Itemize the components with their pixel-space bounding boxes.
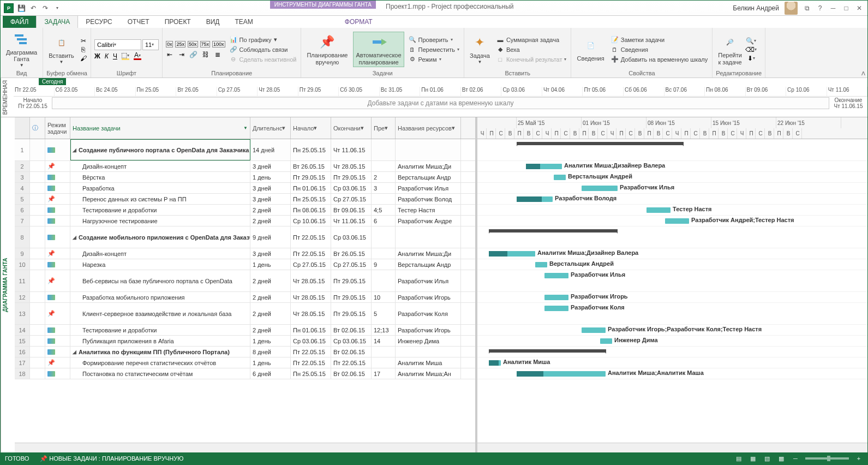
grid-cell[interactable]: 8 дней <box>250 347 291 357</box>
grid-cell[interactable]: 2 дней <box>250 292 291 302</box>
pct-50-icon[interactable]: 50х <box>188 41 198 47</box>
find-icon[interactable]: 🔍 <box>747 37 755 45</box>
col-header-mode[interactable]: Режим задачи <box>45 117 70 139</box>
grid-cell[interactable]: 1 <box>15 139 30 160</box>
grid-cell[interactable] <box>45 205 70 215</box>
view-network-icon[interactable]: ▧ <box>763 454 771 463</box>
task-bar[interactable]: Разработчик Игорь <box>544 295 568 300</box>
grid-cell[interactable] <box>372 357 396 368</box>
table-row[interactable]: 10Нарезка1 деньСр 27.05.15Ср 27.05.159Ве… <box>15 259 475 270</box>
grid-cell[interactable]: Вт 26.05.15 <box>331 248 372 259</box>
task-bar[interactable]: Разработчик Андрей;Тестер Настя <box>665 218 689 224</box>
grid-cell[interactable]: Чт 28.05.15 <box>291 303 331 324</box>
grid-cell[interactable]: Создание публичного портала с OpenData д… <box>70 139 250 160</box>
grid-cell[interactable]: Инженер Дима <box>396 336 461 346</box>
save-icon[interactable]: 💾 <box>17 4 26 13</box>
grid-cell[interactable]: 3 дней <box>250 161 291 171</box>
scroll-to-task-button[interactable]: 🔎 Перейти к задаче <box>716 32 744 66</box>
grid-cell[interactable]: Пн 25.05.15 <box>291 368 331 379</box>
grid-cell[interactable]: Вёрстка <box>70 172 250 182</box>
grid-cell[interactable]: Вт 02.06.15 <box>331 325 372 335</box>
unlink-icon[interactable]: ⛓ <box>202 51 209 58</box>
grid-cell[interactable] <box>30 248 45 259</box>
deliverable-button[interactable]: □Конечный результат <box>495 55 568 64</box>
table-row[interactable]: 12Разработка мобильного приложения2 дней… <box>15 292 475 303</box>
grid-cell[interactable]: Верстальщик Андр <box>396 259 461 270</box>
task-bar[interactable]: Разработчик Игорь;Разработчик Коля;Тесте… <box>582 327 606 333</box>
table-row[interactable]: 13📌Клиент-серверное взаимодействие и лок… <box>15 303 475 325</box>
table-row[interactable]: 18Постановка по статистическим отчётам6 … <box>15 368 475 379</box>
grid-cell[interactable]: Пт 29.05.15 <box>331 303 372 324</box>
table-row[interactable]: 5📌Перенос данных из системы Р на ПП3 дне… <box>15 194 475 205</box>
task-button[interactable]: ✦ Задача▼ <box>468 33 492 66</box>
grid-cell[interactable]: Пт 22.05.15 <box>291 347 331 357</box>
table-row[interactable]: 7Нагрузочное тестирование2 днейСр 10.06.… <box>15 216 475 226</box>
table-row[interactable]: 3Вёрстка1 деньПт 29.05.15Пт 29.05.152Вер… <box>15 172 475 183</box>
grid-cell[interactable] <box>396 139 461 160</box>
table-row[interactable]: 1Создание публичного портала с OpenData … <box>15 139 475 161</box>
grid-cell[interactable]: Вт 02.06.15 <box>331 368 372 379</box>
view-calendar-icon[interactable]: ▩ <box>777 454 786 463</box>
grid-cell[interactable] <box>45 347 70 357</box>
user-avatar[interactable] <box>785 2 798 15</box>
grid-cell[interactable] <box>372 347 396 357</box>
grid-cell[interactable]: 6 дней <box>250 368 291 379</box>
grid-cell[interactable]: 📌 <box>45 270 70 291</box>
grid-cell[interactable] <box>45 368 70 379</box>
col-header-resources[interactable]: Названия ресурсов ▾ <box>396 117 461 139</box>
grid-cell[interactable]: 2 дней <box>250 303 291 324</box>
grid-cell[interactable] <box>30 226 45 248</box>
tab-resource[interactable]: РЕСУРС <box>78 16 119 28</box>
grid-cell[interactable] <box>396 226 461 248</box>
task-bar[interactable]: Аналитик Миша;Аналитик Маша <box>517 371 606 377</box>
underline-button[interactable]: Ч <box>113 52 117 60</box>
grid-cell[interactable]: Пн 25.05.15 <box>291 194 331 204</box>
grid-cell[interactable]: Ср 27.05.15 <box>291 259 331 270</box>
manual-schedule-button[interactable]: 📌 Планирование вручную <box>304 32 350 66</box>
task-bar[interactable]: Разработчик Коля <box>544 306 568 311</box>
grid-cell[interactable]: 4;5 <box>372 205 396 215</box>
fill-icon[interactable]: ⬇ <box>747 55 755 62</box>
grid-cell[interactable]: Формирование перечня статистических отчё… <box>70 357 250 368</box>
grid-cell[interactable] <box>45 172 70 182</box>
help-icon[interactable]: ? <box>816 4 824 12</box>
grid-cell[interactable] <box>396 347 461 357</box>
table-row[interactable]: 14Тестирование и доработки2 днейПн 01.06… <box>15 325 475 336</box>
pct-75-icon[interactable]: 75х <box>200 41 211 47</box>
grid-cell[interactable]: 📌 <box>45 161 70 171</box>
grid-cell[interactable]: 17 <box>372 368 396 379</box>
grid-cell[interactable] <box>45 216 70 226</box>
grid-cell[interactable]: Чт 11.06.15 <box>331 216 372 226</box>
grid-cell[interactable]: 11 <box>15 270 30 291</box>
timeline-track[interactable]: Добавьте задачи с датами на временную шк… <box>52 97 829 109</box>
grid-cell[interactable] <box>30 161 45 171</box>
task-bar[interactable]: Верстальщик Андрей <box>535 262 547 267</box>
copy-icon[interactable]: ⎘ <box>80 46 87 53</box>
grid-cell[interactable]: Разработчик Илья <box>396 270 461 291</box>
grid-cell[interactable]: Дизайн-концепт <box>70 161 250 171</box>
grid-cell[interactable]: Разработчик Волод <box>396 194 461 204</box>
grid-cell[interactable] <box>45 325 70 335</box>
grid-cell[interactable] <box>30 205 45 215</box>
grid-cell[interactable]: Ср 03.06.15 <box>331 183 372 193</box>
grid-cell[interactable] <box>30 259 45 270</box>
user-name[interactable]: Белкин Андрей <box>733 4 779 12</box>
redo-icon[interactable]: ↷ <box>41 4 50 13</box>
tab-task[interactable]: ЗАДАЧА <box>36 15 78 28</box>
grid-cell[interactable]: 14 дней <box>250 139 291 160</box>
grid-cell[interactable]: 3 дней <box>250 194 291 204</box>
add-timeline-button[interactable]: ➕Добавить на временную шкалу <box>610 55 709 64</box>
view-gantt-icon[interactable]: ▤ <box>734 454 743 463</box>
grid-cell[interactable]: 10 <box>15 259 30 270</box>
grid-cell[interactable]: 2 <box>15 161 30 171</box>
grid-cell[interactable]: Пт 29.05.15 <box>331 270 372 291</box>
paste-button[interactable]: 📋 Вставить▼ <box>46 33 76 66</box>
grid-cell[interactable] <box>372 194 396 204</box>
on-track-button[interactable]: 📊По графику ▾ <box>229 35 298 44</box>
grid-cell[interactable]: 6 <box>372 216 396 226</box>
grid-cell[interactable]: Ср 03.06.15 <box>331 336 372 346</box>
inspect-button[interactable]: 🔍Проверить <box>408 35 460 44</box>
indent-icon[interactable]: ⇥ <box>178 51 185 58</box>
grid-cell[interactable]: 7 <box>15 216 30 226</box>
move-button[interactable]: 🗓Переместить <box>408 45 460 54</box>
